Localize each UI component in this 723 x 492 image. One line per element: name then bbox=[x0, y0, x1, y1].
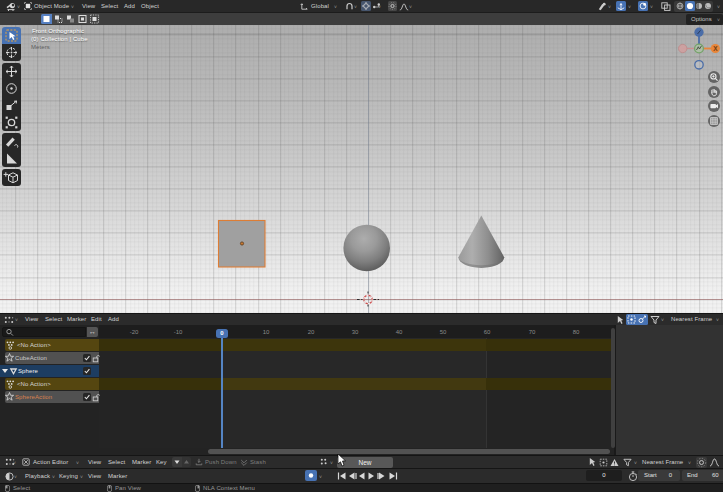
svg-text:X: X bbox=[713, 45, 718, 52]
